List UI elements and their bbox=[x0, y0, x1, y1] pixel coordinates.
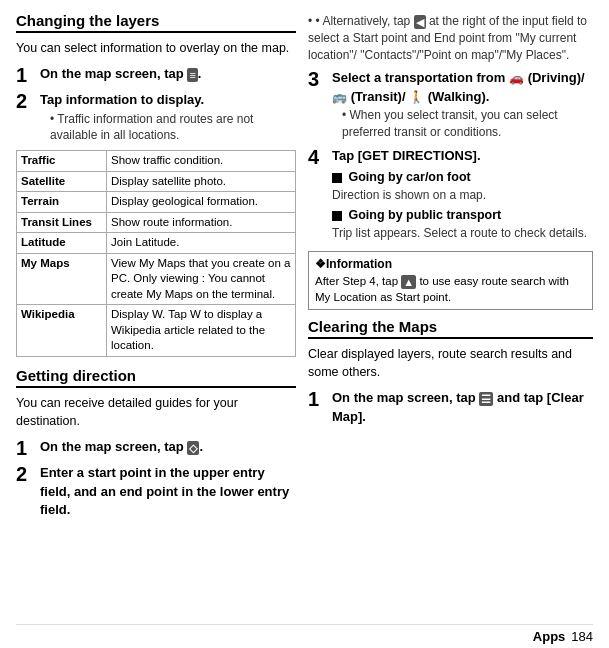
step-3: 1 On the map screen, tap ◇. bbox=[16, 438, 296, 458]
right-step5-content: On the map screen, tap ☰ and tap [Clear … bbox=[332, 389, 593, 426]
right-step4-num: 4 bbox=[308, 147, 324, 167]
right-bullet1: • Alternatively, tap ◀ at the right of t… bbox=[308, 13, 593, 63]
going-car: Going by car/on foot Direction is shown … bbox=[332, 169, 593, 203]
right-step3-content: Select a transportation from 🚗 (Driving)… bbox=[332, 69, 593, 141]
step-4: 2 Enter a start point in the upper entry… bbox=[16, 464, 296, 520]
table-cell-value: Display satellite photo. bbox=[107, 171, 296, 192]
table-cell-label: Transit Lines bbox=[17, 212, 107, 233]
table-cell-value: Show route information. bbox=[107, 212, 296, 233]
layers-table: TrafficShow traffic condition.SatelliteD… bbox=[16, 150, 296, 357]
page: Changing the layers You can select infor… bbox=[0, 0, 609, 648]
direction-icon: ◇ bbox=[187, 441, 199, 455]
info-note: ❖Information After Step 4, tap ▲ to use … bbox=[308, 251, 593, 310]
going-blocks: Going by car/on foot Direction is shown … bbox=[332, 169, 593, 240]
right-step4-content: Tap [GET DIRECTIONS]. Going by car/on fo… bbox=[332, 147, 593, 245]
table-cell-value: Join Latitude. bbox=[107, 233, 296, 254]
table-row: My MapsView My Maps that you create on a… bbox=[17, 253, 296, 305]
right-step3-num: 3 bbox=[308, 69, 324, 89]
table-row: SatelliteDisplay satellite photo. bbox=[17, 171, 296, 192]
step1-title: On the map screen, tap ≡. bbox=[40, 66, 201, 81]
black-square-car bbox=[332, 173, 342, 183]
table-row: TrafficShow traffic condition. bbox=[17, 151, 296, 172]
right-step4-title: Tap [GET DIRECTIONS]. bbox=[332, 148, 481, 163]
info-body: After Step 4, tap ▲ to use easy route se… bbox=[315, 273, 586, 305]
table-cell-label: My Maps bbox=[17, 253, 107, 305]
step1-number: 1 bbox=[16, 65, 32, 85]
arrow-icon: ◀ bbox=[414, 15, 426, 29]
step4-number: 2 bbox=[16, 464, 32, 484]
section3-title: Clearing the Maps bbox=[308, 318, 593, 339]
table-cell-label: Satellite bbox=[17, 171, 107, 192]
location-icon: ▲ bbox=[401, 275, 416, 289]
right-step5-title: On the map screen, tap ☰ and tap [Clear … bbox=[332, 390, 584, 424]
table-cell-value: Show traffic condition. bbox=[107, 151, 296, 172]
step-2: 2 Tap information to display. Traffic in… bbox=[16, 91, 296, 144]
table-cell-value: View My Maps that you create on a PC. On… bbox=[107, 253, 296, 305]
table-row: Transit LinesShow route information. bbox=[17, 212, 296, 233]
step3-number: 1 bbox=[16, 438, 32, 458]
info-header: ❖Information bbox=[315, 256, 586, 273]
footer-apps-label: Apps bbox=[533, 629, 566, 644]
right-step5: 1 On the map screen, tap ☰ and tap [Clea… bbox=[308, 389, 593, 426]
going-transit: Going by public transport Trip list appe… bbox=[332, 207, 593, 241]
right-step4: 4 Tap [GET DIRECTIONS]. Going by car/on … bbox=[308, 147, 593, 245]
step4-title: Enter a start point in the upper entry f… bbox=[40, 465, 289, 517]
step3-content: On the map screen, tap ◇. bbox=[40, 438, 296, 457]
clear-menu-icon: ☰ bbox=[479, 392, 493, 406]
step2-number: 2 bbox=[16, 91, 32, 111]
table-row: TerrainDisplay geological formation. bbox=[17, 192, 296, 213]
table-cell-label: Wikipedia bbox=[17, 305, 107, 357]
section1-intro: You can select information to overlay on… bbox=[16, 39, 296, 57]
right-step3-title: Select a transportation from 🚗 (Driving)… bbox=[332, 70, 585, 104]
section1-title: Changing the layers bbox=[16, 12, 296, 33]
step3-title: On the map screen, tap ◇. bbox=[40, 439, 203, 454]
step4-content: Enter a start point in the upper entry f… bbox=[40, 464, 296, 520]
left-column: Changing the layers You can select infor… bbox=[16, 12, 296, 624]
section3-intro: Clear displayed layers, route search res… bbox=[308, 345, 593, 381]
step3-bullet: When you select transit, you can select … bbox=[332, 107, 593, 141]
black-square-transit bbox=[332, 211, 342, 221]
car-icon: 🚗 bbox=[509, 70, 524, 87]
map-menu-icon: ≡ bbox=[187, 68, 197, 82]
content-area: Changing the layers You can select infor… bbox=[16, 12, 593, 624]
step1-content: On the map screen, tap ≡. bbox=[40, 65, 296, 84]
table-cell-label: Terrain bbox=[17, 192, 107, 213]
table-cell-value: Display W. Tap W to display a Wikipedia … bbox=[107, 305, 296, 357]
step2-bullet: Traffic information and routes are not a… bbox=[40, 111, 296, 145]
step2-title: Tap information to display. bbox=[40, 92, 204, 107]
walk-icon: 🚶 bbox=[409, 89, 424, 106]
table-row: WikipediaDisplay W. Tap W to display a W… bbox=[17, 305, 296, 357]
footer-page-number: 184 bbox=[571, 629, 593, 644]
step-1: 1 On the map screen, tap ≡. bbox=[16, 65, 296, 85]
section2-title: Getting direction bbox=[16, 367, 296, 388]
bus-icon: 🚌 bbox=[332, 89, 347, 106]
right-column: • Alternatively, tap ◀ at the right of t… bbox=[308, 12, 593, 624]
table-cell-value: Display geological formation. bbox=[107, 192, 296, 213]
step2-content: Tap information to display. Traffic info… bbox=[40, 91, 296, 144]
table-row: LatitudeJoin Latitude. bbox=[17, 233, 296, 254]
section2-intro: You can receive detailed guides for your… bbox=[16, 394, 296, 430]
table-cell-label: Latitude bbox=[17, 233, 107, 254]
table-cell-label: Traffic bbox=[17, 151, 107, 172]
right-step3: 3 Select a transportation from 🚗 (Drivin… bbox=[308, 69, 593, 141]
right-step5-num: 1 bbox=[308, 389, 324, 409]
footer: Apps 184 bbox=[16, 624, 593, 648]
